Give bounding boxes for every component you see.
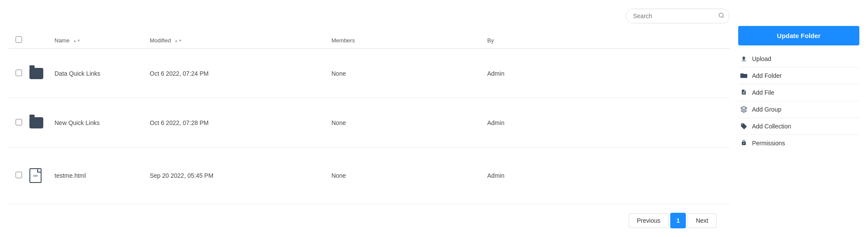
row-1-name: Data Quick Links [48, 49, 143, 98]
pagination-container: Previous 1 Next [9, 204, 730, 228]
folder-icon [29, 68, 43, 79]
page-1-button[interactable]: 1 [670, 213, 686, 228]
row-3-by: Admin [480, 147, 730, 204]
table-row: Data Quick LinksOct 6 2022, 07:24 PMNone… [9, 49, 730, 98]
file-table: Name ▲▼ Modified ▲▼ Members By [9, 32, 730, 204]
th-modified: Modified ▲▼ [143, 32, 325, 49]
update-folder-button[interactable]: Update Folder [738, 26, 859, 45]
add-collection-button[interactable]: Add Collection [738, 118, 859, 135]
table-row: testme.htmlSep 20 2022, 05:45 PMNoneAdmi… [9, 147, 730, 204]
row-3-modified: Sep 20 2022, 05:45 PM [143, 147, 325, 204]
th-members: Members [325, 32, 480, 49]
upload-icon [740, 55, 748, 63]
th-name: Name ▲▼ [48, 32, 143, 49]
row-3-members: None [325, 147, 480, 204]
permissions-icon [740, 139, 748, 147]
search-icon [718, 13, 724, 20]
row-1-by: Admin [480, 49, 730, 98]
row-1-modified: Oct 6 2022, 07:24 PM [143, 49, 325, 98]
svg-line-1 [723, 16, 724, 18]
search-input[interactable] [626, 9, 730, 23]
add-group-icon [740, 106, 748, 113]
select-all-header [9, 32, 26, 49]
add-file-button[interactable]: Add File [738, 84, 859, 101]
modified-sort-icon[interactable]: ▲▼ [174, 39, 182, 43]
row-1-icon-cell [26, 49, 48, 98]
select-all-checkbox[interactable] [16, 36, 22, 43]
row-checkbox-cell [9, 49, 26, 98]
row-2-by: Admin [480, 98, 730, 147]
row-3-name: testme.html [48, 147, 143, 204]
page-container: Name ▲▼ Modified ▲▼ Members By [0, 0, 868, 237]
previous-button[interactable]: Previous [629, 213, 669, 228]
table-row: New Quick LinksOct 6 2022, 07:28 PMNoneA… [9, 98, 730, 147]
row-checkbox-cell [9, 98, 26, 147]
row-2-checkbox[interactable] [16, 119, 22, 125]
row-1-members: None [325, 49, 480, 98]
search-wrapper [626, 9, 730, 23]
permissions-button[interactable]: Permissions [738, 135, 859, 151]
th-icon [26, 32, 48, 49]
row-2-modified: Oct 6 2022, 07:28 PM [143, 98, 325, 147]
row-3-icon-cell [26, 147, 48, 204]
folder-icon [29, 117, 43, 128]
th-by: By [480, 32, 730, 49]
sidebar: Update Folder Upload Add Folder [730, 0, 868, 237]
file-icon [29, 168, 42, 183]
search-container [9, 9, 730, 23]
add-file-icon [740, 89, 748, 96]
add-folder-button[interactable]: Add Folder [738, 67, 859, 84]
upload-button[interactable]: Upload [738, 51, 859, 67]
row-2-name: New Quick Links [48, 98, 143, 147]
row-1-checkbox[interactable] [16, 70, 22, 76]
main-content: Name ▲▼ Modified ▲▼ Members By [0, 0, 730, 237]
add-folder-icon [740, 72, 748, 80]
add-group-button[interactable]: Add Group [738, 101, 859, 118]
row-checkbox-cell [9, 147, 26, 204]
row-2-members: None [325, 98, 480, 147]
svg-point-0 [719, 13, 723, 17]
row-3-checkbox[interactable] [16, 172, 22, 178]
next-button[interactable]: Next [688, 213, 717, 228]
row-2-icon-cell [26, 98, 48, 147]
name-sort-icon[interactable]: ▲▼ [73, 39, 80, 43]
add-collection-icon [740, 122, 748, 130]
